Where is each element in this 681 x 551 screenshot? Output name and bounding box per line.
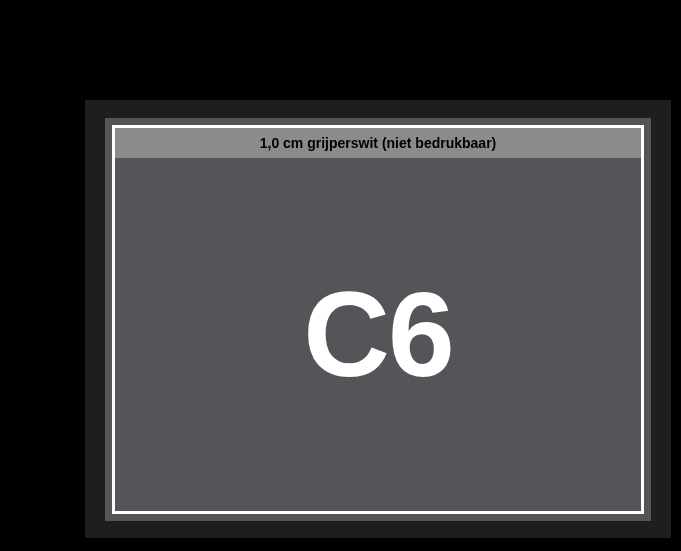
file-format-height-bar: [40, 100, 50, 538]
final-format-width-bar: [105, 82, 651, 92]
file-format-height-label: Bestandsformaat 12,0 cm: [12, 240, 28, 410]
final-format-height-bar: [72, 118, 82, 521]
final-format-height-label: Eindformaat 11,4 cm: [54, 258, 70, 395]
paper-size-name: C6: [105, 264, 651, 402]
gripper-strip: 1,0 cm grijperswit (niet bedrukbaar): [115, 128, 641, 158]
diagram-canvas: Bestandsformaat 16,8 cm Eindformaat 16,2…: [0, 0, 681, 551]
file-format-width-bar: [85, 40, 671, 50]
final-format-width-label: Eindformaat 16,2 cm: [105, 60, 651, 76]
gripper-label: 1,0 cm grijperswit (niet bedrukbaar): [260, 135, 497, 151]
final-format-box: 1,0 cm grijperswit (niet bedrukbaar) C6: [105, 118, 651, 521]
file-format-width-label: Bestandsformaat 16,8 cm: [85, 18, 671, 34]
